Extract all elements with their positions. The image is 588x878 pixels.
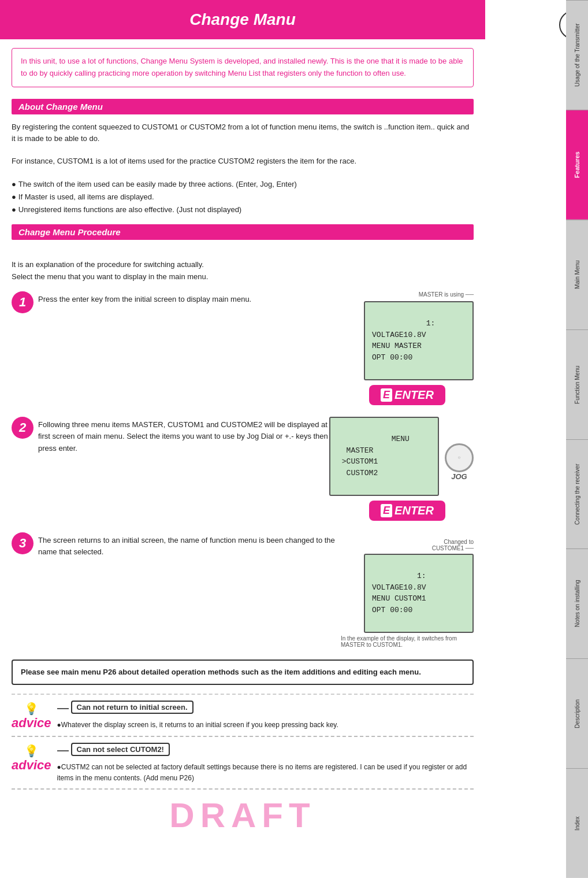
advice-row-1: 💡 advice Can not return to initial scree… <box>12 701 474 731</box>
step-3-annotation: In the example of the display, it switch… <box>341 635 474 648</box>
sidebar-tab-connecting[interactable]: Connecting the receiver <box>566 439 588 549</box>
step-3-row: 3 The screen returns to an initial scree… <box>12 532 474 648</box>
jog-label: JOG <box>451 472 467 481</box>
lightbulb-icon-1: 💡 <box>24 702 39 716</box>
step-2-row: 2 Following three menu items MASTER, CUS… <box>12 417 474 521</box>
advice-logo-2: advice <box>12 758 51 773</box>
advice-badge-1: Can not return to initial screen. <box>71 701 193 714</box>
about-paragraph-2: For instance, CUSTOM1 is a lot of items … <box>12 155 474 168</box>
procedure-section-header: Change Menu Procedure <box>12 224 474 240</box>
step-1-row: 1 Press the enter key from the initial s… <box>12 291 474 405</box>
enter-button-2: E ENTER <box>369 501 445 521</box>
jog-dial[interactable]: ○ JOG <box>445 443 474 472</box>
sidebar-tab-index[interactable]: Index <box>566 768 588 878</box>
advice-logo-1: advice <box>12 716 51 731</box>
about-paragraph-1: By registering the content squeezed to C… <box>12 121 474 146</box>
lcd-display-2: MENU MASTER >CUSTOM1 CUSTOM2 <box>329 417 439 496</box>
main-content: In this unit, to use a lot of functions,… <box>0 39 485 850</box>
step-3-text: The screen returns to an initial screen,… <box>38 532 341 559</box>
step-1-number: 1 <box>12 291 34 313</box>
advice-badge-2: Can not select CUTOM2! <box>71 743 170 756</box>
advice-section-2: 💡 advice Can not select CUTOM2! ●CUSTM2 … <box>12 743 474 790</box>
sidebar-tab-notes[interactable]: Notes on installing <box>566 549 588 658</box>
separator-2 <box>12 788 474 790</box>
enter-button-1: E ENTER <box>369 385 445 405</box>
sidebar-tab-mainmenu[interactable]: Main Menu <box>566 220 588 329</box>
sidebar-tab-functionmenu[interactable]: Function Menu <box>566 329 588 439</box>
lcd-display-3: 1: VOLTAGE10.8V MENU CUSTOM1 OPT 00:00 <box>364 554 474 633</box>
sidebar-tab-usage[interactable]: Usage of the Transmitter <box>566 0 588 110</box>
step-2-text: Following three menu items MASTER, CUSTO… <box>38 417 341 455</box>
sidebar-tab-description[interactable]: Description <box>566 658 588 768</box>
about-bullet-1: The switch of the item used can be easil… <box>12 178 474 191</box>
step-1-text: Press the enter key from the initial scr… <box>38 291 341 306</box>
about-bullet-3: Unregistered items functions are also ef… <box>12 203 474 216</box>
page-title: Change Manu <box>0 0 485 39</box>
draft-watermark: DRAFT <box>12 795 474 841</box>
advice-section-1: 💡 advice Can not return to initial scree… <box>12 694 474 736</box>
procedure-intro: It is an explanation of the procedure fo… <box>12 247 474 283</box>
about-section-header: About Change Menu <box>12 99 474 114</box>
master-label: MASTER is using ── <box>419 291 474 298</box>
advice-text-1: ●Whatever the display screen is, it retu… <box>57 720 474 731</box>
intro-box: In this unit, to use a lot of functions,… <box>12 48 474 87</box>
step-2-number: 2 <box>12 417 34 439</box>
separator-1 <box>12 736 474 737</box>
advice-text-2: ●CUSTM2 can not be selected at factory d… <box>57 762 474 784</box>
lightbulb-icon-2: 💡 <box>24 744 39 758</box>
about-bullet-2: If Master is used, all items are display… <box>12 191 474 203</box>
advice-row-2: 💡 advice Can not select CUTOM2! ●CUSTM2 … <box>12 743 474 784</box>
sidebar-tab-features[interactable]: Features <box>566 110 588 220</box>
right-sidebar: Usage of the Transmitter Features Main M… <box>566 0 588 878</box>
lcd-display-1: 1: VOLTAGE10.8V MENU MASTER OPT 00:00 <box>364 301 474 380</box>
tip-box: Please see main menu P26 about detailed … <box>12 660 474 686</box>
step-3-number: 3 <box>12 532 34 554</box>
changed-label: Changed to CUSTOME1 ── <box>432 532 474 551</box>
